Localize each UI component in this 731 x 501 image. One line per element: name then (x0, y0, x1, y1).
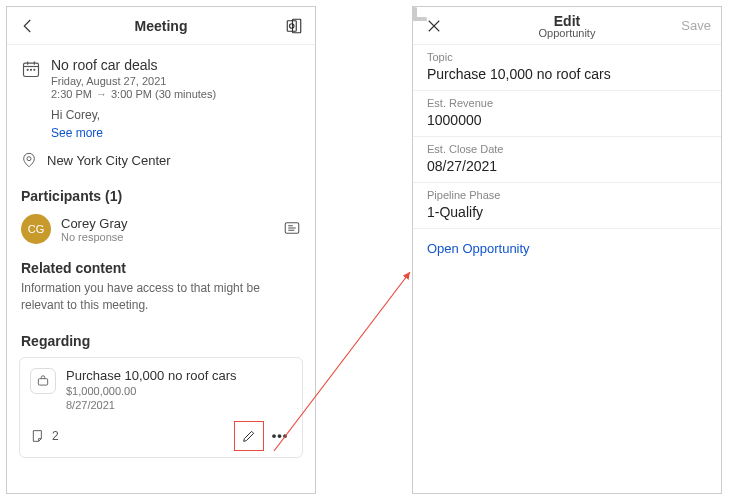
meeting-greeting: Hi Corey, (51, 108, 216, 122)
location-row: New York City Center (7, 146, 315, 178)
more-button[interactable]: ••• (268, 424, 292, 448)
calendar-icon (21, 59, 41, 79)
regarding-title: Purchase 10,000 no roof cars (66, 368, 237, 383)
related-heading: Related content (7, 250, 315, 280)
meeting-date: Friday, August 27, 2021 (51, 75, 216, 87)
meeting-subject: No roof car deals (51, 57, 216, 73)
field-topic[interactable]: Topic Purchase 10,000 no roof cars (413, 45, 721, 91)
close-icon (425, 17, 443, 35)
location-text: New York City Center (47, 153, 171, 168)
related-description: Information you have access to that migh… (7, 280, 315, 323)
svg-point-2 (290, 23, 295, 28)
location-icon (21, 152, 37, 168)
edit-title: Edit (413, 13, 721, 29)
regarding-card[interactable]: Purchase 10,000 no roof cars $1,000,000.… (19, 357, 303, 458)
meeting-header: No roof car deals Friday, August 27, 202… (7, 45, 315, 146)
open-opportunity-link[interactable]: Open Opportunity (413, 229, 721, 268)
avatar: CG (21, 214, 51, 244)
participant-status: No response (61, 231, 127, 243)
svg-point-8 (31, 69, 32, 70)
field-close-date[interactable]: Est. Close Date 08/27/2021 (413, 137, 721, 183)
field-pipeline-phase[interactable]: Pipeline Phase 1-Qualify (413, 183, 721, 229)
participant-row[interactable]: CG Corey Gray No response (7, 208, 315, 250)
close-button[interactable] (423, 15, 445, 37)
see-more-link[interactable]: See more (51, 126, 216, 140)
field-revenue[interactable]: Est. Revenue 1000000 (413, 91, 721, 137)
regarding-date: 8/27/2021 (66, 399, 237, 411)
notes-button[interactable]: 2 (30, 428, 59, 444)
contact-card-icon[interactable] (283, 219, 301, 240)
regarding-heading: Regarding (7, 323, 315, 353)
edit-panel: Edit Opportunity Save Topic Purchase 10,… (412, 6, 722, 494)
pencil-icon (241, 428, 257, 444)
edit-titlebar: Edit Opportunity Save (413, 7, 721, 45)
svg-point-9 (34, 69, 35, 70)
meeting-title: Meeting (7, 18, 315, 34)
save-button[interactable]: Save (681, 18, 711, 33)
svg-point-10 (27, 157, 31, 161)
ellipsis-icon: ••• (272, 428, 289, 443)
regarding-revenue: $1,000,000.00 (66, 385, 237, 397)
opportunity-icon (30, 368, 56, 394)
edit-subtitle: Opportunity (413, 27, 721, 39)
participant-name: Corey Gray (61, 216, 127, 231)
back-button[interactable] (17, 15, 39, 37)
edit-button[interactable] (234, 421, 264, 451)
svg-rect-0 (287, 20, 296, 31)
outlook-button[interactable] (283, 15, 305, 37)
meeting-panel: Meeting No roof car deals Friday, August… (6, 6, 316, 494)
outlook-icon (285, 17, 303, 35)
svg-rect-15 (38, 378, 47, 384)
chevron-left-icon (19, 17, 37, 35)
participants-heading: Participants (1) (7, 178, 315, 208)
meeting-time: 2:30 PM→3:00 PM (30 minutes) (51, 88, 216, 100)
svg-point-7 (27, 69, 28, 70)
meeting-titlebar: Meeting (7, 7, 315, 45)
note-icon (30, 428, 46, 444)
